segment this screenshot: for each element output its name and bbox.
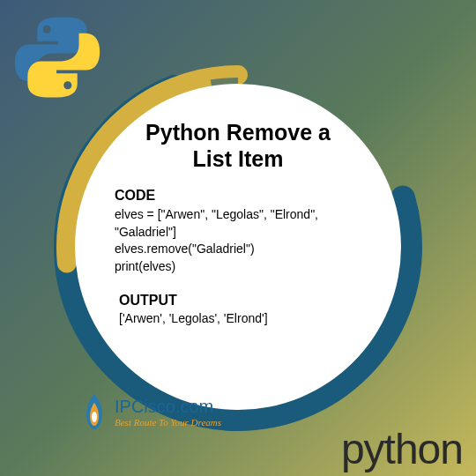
output-block: ['Arwen', 'Legolas', 'Elrond'] [119, 311, 375, 325]
content-area: Python Remove a List Item CODE elves = [… [75, 84, 401, 410]
page-title: Python Remove a List Item [101, 119, 375, 172]
code-line: elves.remove("Galadriel") [115, 241, 375, 258]
title-line-2: List Item [101, 145, 375, 172]
output-line: ['Arwen', 'Legolas', 'Elrond'] [119, 311, 375, 325]
code-line: print(elves) [115, 258, 375, 276]
code-section-label: CODE [115, 188, 375, 204]
ipcisco-text: IPCisco.com Best Route To Your Dreams [115, 397, 221, 428]
ipcisco-flame-icon [79, 392, 110, 432]
title-line-1: Python Remove a [101, 119, 375, 145]
ipcisco-tagline: Best Route To Your Dreams [115, 417, 221, 428]
ipcisco-logo: IPCisco.com Best Route To Your Dreams [79, 392, 221, 432]
content-circle: Python Remove a List Item CODE elves = [… [53, 62, 423, 432]
svg-point-3 [92, 412, 97, 422]
python-brand-text: python [341, 425, 463, 473]
code-line: elves = ["Arwen", "Legolas", "Elrond", [115, 206, 375, 224]
code-line: "Galadriel"] [115, 224, 375, 242]
ipcisco-brand-name: IPCisco.com [115, 397, 221, 417]
code-block: elves = ["Arwen", "Legolas", "Elrond", "… [115, 206, 375, 275]
output-section-label: OUTPUT [119, 293, 375, 309]
